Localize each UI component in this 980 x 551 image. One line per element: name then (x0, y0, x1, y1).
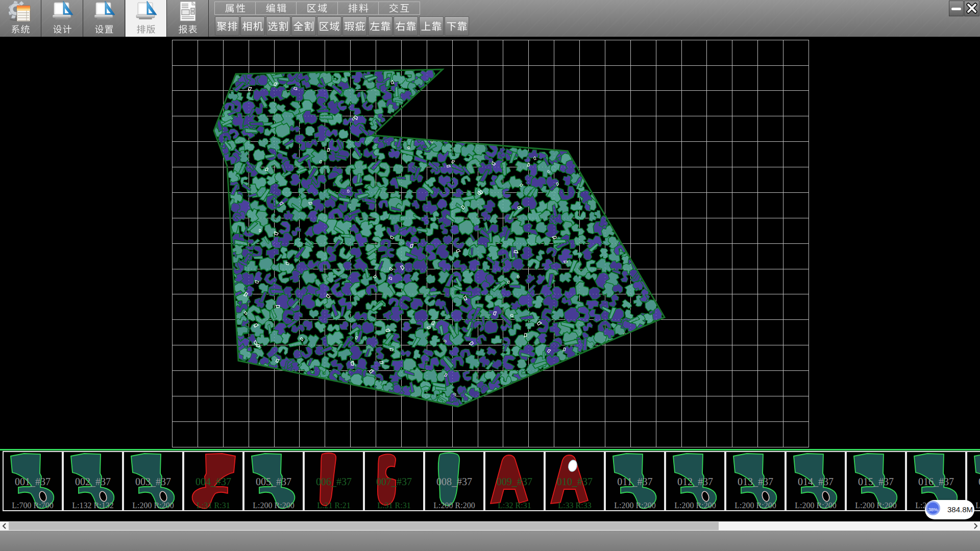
svg-text:L:200 R:200: L:200 R:200 (132, 501, 174, 510)
svg-text:L:200 R:200: L:200 R:200 (795, 501, 836, 510)
svg-text:L:33 R:33: L:33 R:33 (558, 501, 591, 510)
svg-text:008_#37: 008_#37 (436, 476, 472, 487)
svg-text:014_#37: 014_#37 (798, 476, 834, 487)
svg-text:L:200 R:200: L:200 R:200 (855, 501, 896, 510)
svg-text:L:700 R:700: L:700 R:700 (12, 501, 53, 510)
svg-text:015_#37: 015_#37 (858, 476, 894, 487)
svg-text:L:200 R:200: L:200 R:200 (734, 501, 776, 510)
svg-text:013_#37: 013_#37 (738, 476, 773, 487)
svg-text:L:31 R:31: L:31 R:31 (197, 501, 230, 510)
svg-text:001_#37: 001_#37 (15, 476, 51, 487)
svg-text:006_#37: 006_#37 (316, 476, 352, 487)
svg-text:L:21 R:21: L:21 R:21 (317, 501, 350, 510)
svg-text:012_#37: 012_#37 (677, 476, 713, 487)
svg-text:L:200 R:200: L:200 R:200 (975, 501, 980, 510)
svg-text:005_#37: 005_#37 (256, 476, 291, 487)
svg-text:L:31 R:31: L:31 R:31 (377, 501, 410, 510)
svg-text:L:132 R:132: L:132 R:132 (72, 501, 113, 510)
svg-text:004_#37: 004_#37 (195, 476, 231, 487)
svg-text:007_#37: 007_#37 (376, 476, 412, 487)
svg-text:002_#37: 002_#37 (75, 476, 111, 487)
svg-text:016_#37: 016_#37 (918, 476, 954, 487)
svg-text:L:200 R:200: L:200 R:200 (614, 501, 655, 510)
svg-text:010_#37: 010_#37 (557, 476, 593, 487)
svg-text:L:32 R:31: L:32 R:31 (498, 501, 531, 510)
svg-text:L:200 R:200: L:200 R:200 (674, 501, 716, 510)
svg-text:L:200 R:200: L:200 R:200 (253, 501, 294, 510)
svg-text:003_#37: 003_#37 (135, 476, 171, 487)
svg-text:009_#37: 009_#37 (497, 476, 532, 487)
svg-text:011_#37: 011_#37 (617, 476, 652, 487)
svg-text:L:200 R:200: L:200 R:200 (433, 501, 475, 510)
